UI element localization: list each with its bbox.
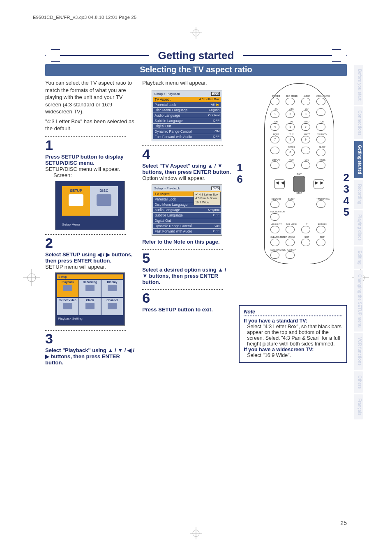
register-mark-bottom	[190, 527, 202, 539]
remote-button-group	[316, 249, 328, 259]
side-tab[interactable]: Before you start	[354, 65, 363, 105]
remote-button[interactable]	[316, 149, 325, 156]
remote-button[interactable]: 8	[286, 136, 295, 143]
note-title: Note	[244, 309, 342, 315]
remote-callout-1: 1	[237, 161, 242, 174]
remote-button[interactable]	[316, 226, 325, 233]
remote-button[interactable]: 9	[301, 136, 310, 143]
osd-row: Disc Menu LanguageEnglish	[153, 108, 221, 113]
remote-button[interactable]: 0	[286, 149, 295, 156]
step-1-caption: Screen:	[45, 172, 135, 178]
remote-button[interactable]: 3	[301, 111, 310, 118]
remote-callout-6: 6	[237, 173, 242, 186]
remote-button[interactable]	[316, 123, 325, 131]
step-5-bold: Select a desired option using ▲ / ▼ butt…	[142, 267, 226, 285]
remote-button[interactable]: 6	[301, 123, 310, 131]
remote-button[interactable]	[301, 147, 310, 154]
dots-5	[142, 249, 223, 250]
remote-button[interactable]	[270, 226, 279, 233]
remote-button[interactable]	[270, 200, 279, 208]
remote-button-group	[316, 211, 328, 221]
remote-button-group: VIDEO/TV	[316, 134, 328, 143]
side-tab[interactable]: Connections	[354, 106, 363, 140]
osd-row: Digital Out	[153, 124, 221, 129]
rewind-button[interactable]: ◄◄	[274, 179, 285, 189]
remote-button[interactable]	[286, 98, 295, 105]
remote-button[interactable]: 1	[270, 111, 279, 118]
remote-button[interactable]	[316, 161, 325, 169]
remote-button[interactable]	[286, 200, 295, 208]
remote-button[interactable]	[270, 213, 279, 221]
remote-callout-5: 5	[344, 206, 349, 219]
grid-cell: Select Video	[57, 298, 78, 315]
note-p2: Select "16:9 Wide".	[244, 352, 342, 358]
page-number: 25	[340, 520, 347, 526]
remote-button[interactable]	[301, 161, 310, 169]
step-1-bold: Press SETUP button to display SETUP/DISC…	[45, 154, 123, 166]
osd-playback-2: Setup > Playback DVD TV AspectParental L…	[152, 184, 222, 236]
remote-button[interactable]	[270, 147, 279, 154]
remote-button[interactable]: 7	[270, 136, 279, 143]
remote-button-group	[301, 249, 313, 259]
remote-callout-2: 2	[344, 171, 349, 184]
remote-button-group: GHI4	[270, 121, 282, 131]
remote-button[interactable]	[316, 239, 325, 246]
remote-row: PQRS7TUV8WXYZ9VIDEO/TV	[270, 134, 329, 143]
side-tab[interactable]: Français	[354, 394, 363, 419]
remote-button-group: SKIP	[316, 236, 328, 246]
remote-button-group: TIMER PROG.	[316, 198, 328, 208]
osd-row: Fast Forward with AudioOFF	[153, 134, 221, 139]
osd-playback-1: Setup > Playback DVD TV Aspect4:3 Letter…	[152, 90, 222, 141]
remote-button[interactable]	[316, 200, 325, 208]
remote-button[interactable]	[301, 98, 310, 105]
remote-button-group: SETUP	[286, 198, 297, 208]
remote-row: POWERREC SPEEDAUDIOOPEN/CLOSE	[270, 95, 329, 105]
remote-button[interactable]	[301, 239, 310, 246]
remote-button-group: SPACE0	[286, 146, 297, 156]
remote-button-group: DEF3	[301, 108, 313, 118]
remote-button[interactable]	[270, 251, 279, 259]
step-2-text: SETUP menu will appear.	[45, 264, 106, 270]
side-tab[interactable]: VCR functions	[354, 333, 363, 370]
remote-button[interactable]: 5	[286, 123, 295, 131]
remote-button[interactable]: 4	[270, 123, 279, 131]
osd-row: Fast Forward with AudioOFF	[153, 229, 221, 234]
remote-button-group: DVD	[301, 159, 313, 169]
forward-button[interactable]: ►►	[314, 179, 324, 189]
side-tab[interactable]: Changing the SETUP menu	[354, 270, 363, 332]
remote-button[interactable]	[316, 136, 325, 143]
chapter-title: Getting started	[149, 49, 243, 62]
remote-button[interactable]: 2	[286, 111, 295, 118]
step-4-post: Refer to the Note on this page.	[142, 239, 220, 245]
remote-button-group: PQRS7	[270, 134, 282, 143]
remote-button[interactable]	[286, 161, 295, 169]
remote-button[interactable]	[286, 251, 295, 259]
side-tab[interactable]: Recording	[354, 180, 363, 208]
remote-button-group: WXYZ9	[301, 134, 313, 143]
remote-row: REC/OTRSETUPTIMER PROG.	[270, 198, 329, 208]
remote-button[interactable]	[270, 98, 279, 105]
side-tab[interactable]: Getting started	[354, 141, 363, 178]
remote-button[interactable]	[270, 239, 279, 246]
remote-row: CLEAR/C-RESETZOOMSKIPSKIP	[270, 236, 329, 246]
osd-row: Subtitle LanguageOFF	[153, 118, 221, 123]
side-tab[interactable]: Others	[354, 371, 363, 393]
osd-submenu-item: ✔ 4:3 Letter Box	[195, 193, 219, 197]
header-hairline	[25, 24, 367, 24]
remote-button[interactable]	[301, 226, 310, 233]
side-tab[interactable]: Editing	[354, 246, 363, 269]
remote-row: MENU/LISTTOP MENUTRETURN	[270, 223, 329, 233]
remote-button[interactable]	[286, 239, 295, 246]
remote-button-group: RETURN	[316, 223, 328, 233]
remote-button[interactable]	[270, 161, 279, 169]
side-tab[interactable]: Playing discs	[354, 210, 363, 245]
remote-button-group: CH	[316, 121, 328, 131]
remote-button-group: @!.1	[270, 108, 282, 118]
remote-button[interactable]	[286, 226, 295, 233]
play-button[interactable]	[293, 176, 305, 192]
remote-button[interactable]	[316, 98, 325, 105]
remote-callout-4: 4	[344, 194, 349, 207]
grid-cell: Channel	[101, 298, 123, 315]
grid-cell: Playback	[57, 280, 78, 297]
remote-button[interactable]	[316, 108, 325, 116]
